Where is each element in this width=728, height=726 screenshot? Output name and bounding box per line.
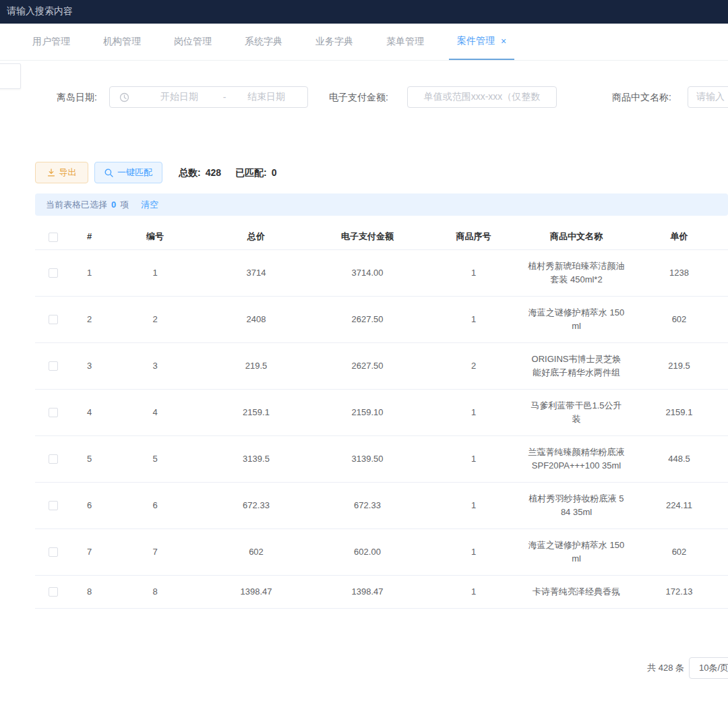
- row-checkbox[interactable]: [49, 315, 58, 324]
- cell-index: 5: [71, 435, 108, 482]
- epay-amount-label: 电子支付金额:: [329, 86, 388, 108]
- product-name-label: 商品中文名称:: [612, 86, 671, 108]
- cell-unit: 2159.1: [630, 389, 728, 435]
- tab-post-mgmt[interactable]: 岗位管理: [174, 24, 212, 60]
- export-button[interactable]: 导出: [35, 162, 88, 183]
- cell-name: ORIGINS韦博士灵芝焕能好底子精华水两件组: [522, 342, 630, 389]
- tab-business-dict[interactable]: 业务字典: [315, 24, 353, 60]
- search-icon: [104, 169, 113, 177]
- cell-code: 7: [108, 528, 202, 575]
- end-date-placeholder: 结束日期: [233, 91, 300, 103]
- table-row: 6 6 672.33 672.33 1 植村秀羽纱持妆粉底液 584 35ml …: [35, 482, 728, 528]
- cell-seq: 1: [425, 575, 522, 608]
- row-checkbox[interactable]: [49, 361, 58, 371]
- col-header-name: 商品中文名称: [522, 224, 630, 249]
- cell-epay: 3714.00: [310, 249, 425, 296]
- selection-count: 0: [111, 200, 116, 210]
- cell-name: 植村秀新琥珀臻萃洁颜油套装 450ml*2: [522, 249, 630, 296]
- cell-unit: 224.11: [630, 482, 728, 528]
- depart-date-label: 离岛日期:: [57, 86, 97, 108]
- cell-unit: 1238: [630, 249, 728, 296]
- col-header-index: #: [71, 224, 108, 249]
- row-checkbox[interactable]: [49, 587, 58, 597]
- product-name-placeholder: 请输入: [696, 91, 725, 103]
- cell-total: 1398.47: [202, 575, 310, 608]
- row-checkbox[interactable]: [49, 268, 58, 278]
- cell-total: 3714: [202, 249, 310, 296]
- col-header-epay: 电子支付金额: [310, 224, 425, 249]
- cell-seq: 1: [425, 482, 522, 528]
- cell-code: 3: [108, 342, 202, 389]
- row-checkbox[interactable]: [49, 501, 58, 510]
- cell-epay: 2627.50: [310, 296, 425, 342]
- cell-epay: 602.00: [310, 528, 425, 575]
- tab-case-mgmt[interactable]: 案件管理 ×: [449, 24, 514, 60]
- cell-total: 2159.1: [202, 389, 310, 435]
- cell-index: 7: [71, 528, 108, 575]
- cell-code: 6: [108, 482, 202, 528]
- table-row: 7 7 602 602.00 1 海蓝之谜修护精萃水 150ml 602: [35, 528, 728, 575]
- tab-system-dict[interactable]: 系统字典: [245, 24, 282, 60]
- global-search-input[interactable]: 请输入搜索内容: [7, 5, 73, 18]
- tab-user-mgmt[interactable]: 用户管理: [32, 24, 70, 60]
- row-checkbox[interactable]: [49, 547, 58, 557]
- cell-unit: 448.5: [630, 435, 728, 482]
- cell-index: 6: [71, 482, 108, 528]
- table-header-row: # 编号 总价 电子支付金额 商品序号 商品中文名称 单价: [35, 224, 728, 249]
- depart-date-range-input[interactable]: 开始日期 - 结束日期: [109, 86, 308, 108]
- cell-name: 马爹利蓝带干邑1.5公升装: [522, 389, 630, 435]
- cell-seq: 2: [425, 342, 522, 389]
- close-icon[interactable]: ×: [501, 36, 506, 46]
- matched-value: 0: [272, 162, 277, 183]
- tab-menu-mgmt[interactable]: 菜单管理: [386, 24, 424, 60]
- export-button-label: 导出: [59, 167, 77, 179]
- row-checkbox[interactable]: [49, 408, 58, 417]
- cell-total: 3139.5: [202, 435, 310, 482]
- col-header-seq: 商品序号: [425, 224, 522, 249]
- match-stats: 总数: 428 已匹配: 0: [179, 162, 277, 183]
- table-row: 2 2 2408 2627.50 1 海蓝之谜修护精萃水 150ml 602: [35, 296, 728, 342]
- cases-table: # 编号 总价 电子支付金额 商品序号 商品中文名称 单价 1 1 3714 3…: [35, 224, 728, 610]
- col-header-unit: 单价: [630, 224, 728, 249]
- start-date-placeholder: 开始日期: [142, 91, 216, 103]
- cell-epay: 1398.47: [310, 575, 425, 608]
- cell-epay: 2159.10: [310, 389, 425, 435]
- total-label: 总数:: [179, 162, 201, 183]
- cell-unit: 602: [630, 528, 728, 575]
- col-header-total: 总价: [202, 224, 310, 249]
- clear-selection-link[interactable]: 清空: [141, 199, 158, 211]
- cell-code: 8: [108, 575, 202, 608]
- cell-seq: 1: [425, 296, 522, 342]
- page-size-select[interactable]: 10条/页: [689, 657, 728, 679]
- cell-index: 2: [71, 296, 108, 342]
- select-all-checkbox[interactable]: [49, 233, 58, 242]
- download-icon: [47, 169, 55, 177]
- row-checkbox[interactable]: [49, 454, 58, 464]
- tab-bar: 用户管理 机构管理 岗位管理 系统字典 业务字典 菜单管理 案件管理 ×: [0, 24, 728, 61]
- cell-total: 219.5: [202, 342, 310, 389]
- selection-suffix: 项: [120, 199, 129, 211]
- stats-spacer: [226, 162, 231, 183]
- epay-amount-placeholder: 单值或范围xxx-xxx（仅整数: [424, 91, 541, 103]
- cell-index: 3: [71, 342, 108, 389]
- cell-epay: 3139.50: [310, 435, 425, 482]
- cell-unit: 602: [630, 296, 728, 342]
- cell-unit: 219.5: [630, 342, 728, 389]
- table-row: 5 5 3139.5 3139.50 1 兰蔻菁纯臻颜精华粉底液SPF20PA+…: [35, 435, 728, 482]
- cell-name: 海蓝之谜修护精萃水 150ml: [522, 528, 630, 575]
- cell-code: 4: [108, 389, 202, 435]
- cell-epay: 672.33: [310, 482, 425, 528]
- one-click-match-label: 一键匹配: [117, 167, 152, 179]
- cell-seq: 1: [425, 389, 522, 435]
- date-range-separator: -: [218, 92, 231, 102]
- tab-org-mgmt[interactable]: 机构管理: [103, 24, 141, 60]
- product-name-input[interactable]: 请输入: [688, 86, 728, 108]
- cell-name: 植村秀羽纱持妆粉底液 584 35ml: [522, 482, 630, 528]
- cell-name: 兰蔻菁纯臻颜精华粉底液SPF20PA+++100 35ml: [522, 435, 630, 482]
- table-row: 8 8 1398.47 1398.47 1 卡诗菁纯亮泽经典香氛 172.13: [35, 575, 728, 608]
- cell-seq: 1: [425, 249, 522, 296]
- selection-prefix: 当前表格已选择: [46, 199, 107, 211]
- one-click-match-button[interactable]: 一键匹配: [94, 162, 162, 183]
- pagination-total: 共 428 条: [647, 657, 684, 679]
- epay-amount-input[interactable]: 单值或范围xxx-xxx（仅整数: [407, 86, 557, 108]
